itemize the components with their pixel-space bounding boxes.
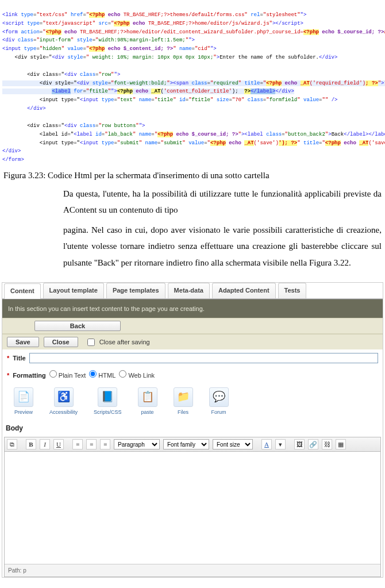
back-button[interactable]: Back [34,321,121,331]
tab-layout-template[interactable]: Layout template [43,283,104,298]
editor-panel: Content Layout template Page templates M… [2,282,383,578]
close-after-label: Close after saving [99,337,150,347]
tab-tests[interactable]: Tests [278,283,307,298]
tab-page-templates[interactable]: Page templates [106,283,165,298]
tool-preview[interactable]: 📄Preview [14,387,33,417]
files-icon: 📁 [174,387,193,407]
close-after-checkbox[interactable] [87,339,95,346]
tool-paste[interactable]: 📋paste [138,387,157,417]
tool-accessibility[interactable]: ♿Accessibility [49,387,78,417]
fmt-html-option[interactable]: HTML [89,370,116,381]
title-input[interactable] [29,353,378,363]
font-size-select[interactable]: Font size [213,439,253,449]
accessibility-icon: ♿ [54,387,74,407]
code-listing: <link type="text/css" href="<?php echo T… [0,0,385,168]
close-button[interactable]: Close [44,337,78,347]
align-right-button[interactable]: ≡ [100,439,110,449]
scripts-icon: 📘 [98,387,117,407]
back-row: Back [2,318,383,333]
rte-src-icon[interactable]: ⧉ [7,439,17,449]
bg-color-button[interactable]: ▾ [275,439,286,449]
save-button[interactable]: Save [7,337,39,347]
tool-forum[interactable]: 💬Forum [209,387,229,417]
title-label: Title [13,353,25,363]
fmt-plain-option[interactable]: Plain Text [49,370,86,381]
body-paragraph-1: Da questa, l'utente, ha la possibilità d… [63,186,382,218]
required-marker: * [7,371,9,381]
media-button[interactable]: ▦ [336,439,346,449]
tool-files[interactable]: 📁Files [174,387,193,417]
link-button[interactable]: 🔗 [308,439,318,449]
forum-icon: 💬 [209,387,229,407]
fmt-weblink-option[interactable]: Web Link [119,370,155,381]
body-paragraph-2: pagina. Nel caso in cui, dopo aver visio… [63,222,382,271]
tab-meta-data[interactable]: Meta-data [168,283,210,298]
save-row: Save Close Close after saving [2,334,383,349]
content-toolbar: 📄Preview ♿Accessibility 📘Scripts/CSS 📋pa… [2,384,383,421]
tab-content[interactable]: Content [4,283,41,299]
text-color-button[interactable]: A [261,439,272,449]
formatting-row: * Formatting Plain Text HTML Web Link [2,367,383,384]
italic-button[interactable]: I [40,439,50,449]
align-center-button[interactable]: ≡ [86,439,97,449]
paste-icon: 📋 [138,387,157,407]
body-label: Body [2,421,383,437]
info-bar: In this section you can insert text cont… [2,299,383,318]
unlink-button[interactable]: ⛓ [322,439,332,449]
tool-scripts-css[interactable]: 📘Scripts/CSS [94,387,122,417]
rte-canvas[interactable] [5,452,380,564]
rte-path: Path: p [5,564,380,577]
preview-icon: 📄 [14,387,33,407]
underline-button[interactable]: U [53,439,64,449]
required-marker: * [7,353,9,363]
formatting-label: Formatting [13,371,45,381]
tab-adapted-content[interactable]: Adapted Content [212,283,276,298]
rte-toolbar: ⧉ B I U ≡ ≡ ≡ Paragraph Font family Font… [5,437,380,452]
bold-button[interactable]: B [26,439,36,449]
tab-bar: Content Layout template Page templates M… [2,283,383,299]
title-row: * Title [2,349,383,367]
rich-text-editor: ⧉ B I U ≡ ≡ ≡ Paragraph Font family Font… [4,437,381,577]
paragraph-select[interactable]: Paragraph [114,439,160,449]
align-left-button[interactable]: ≡ [72,439,83,449]
insert-image-button[interactable]: 🖼 [294,439,305,449]
font-family-select[interactable]: Font family [163,439,209,449]
figure-caption-323: Figura 3.23: Codice Html per la schermat… [3,169,382,182]
